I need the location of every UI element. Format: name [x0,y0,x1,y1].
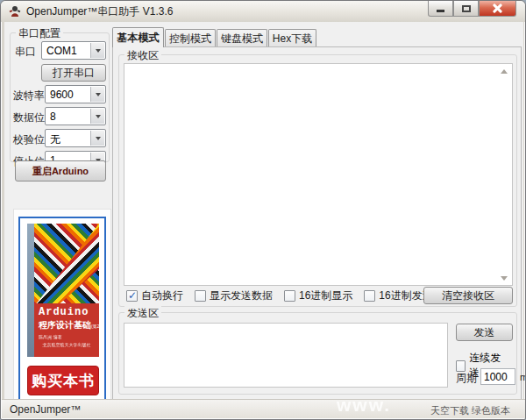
checkbox-icon [126,290,138,302]
app-window: OpenJumper™串口助手 V1.3.6 串口配置 串口 COM1 打开串口… [0,0,526,420]
checkbox-hex-display[interactable]: 16进制显示 [284,288,352,303]
chevron-down-icon [96,137,101,140]
status-bar: OpenJumper™ 天空下载 绿色版本 [2,399,526,418]
maximize-icon [462,5,471,12]
open-port-button[interactable]: 打开串口 [41,64,106,82]
close-button[interactable] [479,1,516,17]
checkbox-icon [195,290,206,302]
chevron-down-icon [96,115,101,118]
restart-arduino-button[interactable]: 重启Arduino [15,160,106,182]
tab-content-panel: 接收区 自动换行 显示发送数据 16进制显示 [112,46,522,418]
chevron-down-icon [96,49,101,53]
book-cover: Arduino 程序设计基础(第2版) 陈吕洲 编著 北京航空航天大学出版社 [34,224,99,357]
databits-select[interactable]: 8 [45,107,106,125]
scroll-up-icon[interactable] [501,69,508,74]
close-icon [493,4,502,13]
book-ad-panel: Arduino 程序设计基础(第2版) 陈吕洲 编著 北京航空航天大学出版社 购… [13,209,111,417]
book-publisher: 北京航空航天大学出版社 [39,342,95,347]
period-unit-label: ms [520,372,526,382]
chevron-down-icon [96,93,101,96]
dropdown-button[interactable] [90,109,104,124]
book-ad-border[interactable]: Arduino 程序设计基础(第2版) 陈吕洲 编著 北京航空航天大学出版社 购… [18,217,106,404]
send-textarea[interactable] [124,323,448,388]
book-spine [27,224,34,357]
tab-hex-download[interactable]: Hex下载 [268,29,316,47]
window-title: OpenJumper™串口助手 V1.3.6 [26,4,173,19]
tab-basic-mode[interactable]: 基本模式 [112,27,164,47]
dropdown-button[interactable] [90,131,104,146]
receive-options-row: 自动换行 显示发送数据 16进制显示 16进制发送 [126,288,444,303]
tab-keyboard-mode[interactable]: 键盘模式 [217,29,267,47]
checkbox-label: 显示发送数据 [210,288,273,303]
scroll-down-icon[interactable] [501,276,508,281]
dropdown-button[interactable] [90,87,104,102]
book-cover-image: Arduino 程序设计基础(第2版) 陈吕洲 编著 北京航空航天大学出版社 [27,224,99,357]
minimize-button[interactable] [428,1,453,17]
dropdown-button[interactable] [90,43,104,58]
checkbox-icon [456,360,466,372]
book-edition: (第2版) [91,324,99,329]
status-source-text: 天空下载 绿色版本 [430,404,510,417]
port-select[interactable]: COM1 [41,41,106,60]
clear-receive-button[interactable]: 清空接收区 [423,287,513,304]
checkbox-icon [284,290,295,302]
period-input[interactable] [480,368,515,385]
parity-value: 无 [50,132,60,147]
book-author: 陈吕洲 编著 [39,334,95,339]
send-group-label: 发送区 [124,306,161,321]
databits-value: 8 [50,110,56,123]
ribbon-stripes-art [34,224,99,306]
buy-book-button[interactable]: 购买本书 [27,366,99,395]
checkbox-show-sent[interactable]: 显示发送数据 [195,288,273,303]
client-area: 串口配置 串口 COM1 打开串口 波特率 9600 数据位 8 校验位 无 停… [4,22,523,417]
serial-config-title: 串口配置 [16,26,63,41]
book-title-cn: 程序设计基础 [39,320,91,330]
parity-label: 校验位 [13,132,45,147]
checkbox-hex-send[interactable]: 16进制发送 [364,288,432,303]
tab-control-mode[interactable]: 控制模式 [165,29,216,47]
checkbox-label: 16进制显示 [299,288,352,303]
port-label: 串口 [15,45,36,60]
databits-label: 数据位 [13,110,45,125]
status-brand: OpenJumper™ [10,403,81,416]
checkbox-label: 自动换行 [141,288,183,303]
baud-label: 波特率 [13,89,45,103]
period-label: 周期 [456,371,477,386]
checkbox-icon [364,290,375,302]
app-icon [8,4,22,18]
receive-group: 接收区 自动换行 显示发送数据 16进制显示 [118,54,517,307]
checkbox-auto-wrap[interactable]: 自动换行 [126,288,183,303]
minimize-icon [437,10,444,12]
book-title-en: Arduino [39,306,95,318]
baud-select[interactable]: 9600 [45,85,106,103]
caption-buttons [428,1,516,17]
send-group: 发送区 发送 连续发送 周期 ms [118,312,517,395]
book-cover-text: Arduino 程序设计基础(第2版) 陈吕洲 编著 北京航空航天大学出版社 [34,303,99,357]
parity-select[interactable]: 无 [45,129,106,147]
receive-textarea[interactable] [124,63,513,286]
baud-value: 9600 [50,89,74,101]
title-bar[interactable]: OpenJumper™串口助手 V1.3.6 [1,1,525,22]
receive-group-label: 接收区 [124,48,161,63]
port-value: COM1 [46,45,77,57]
send-button[interactable]: 发送 [456,324,513,341]
maximize-button[interactable] [453,1,479,17]
